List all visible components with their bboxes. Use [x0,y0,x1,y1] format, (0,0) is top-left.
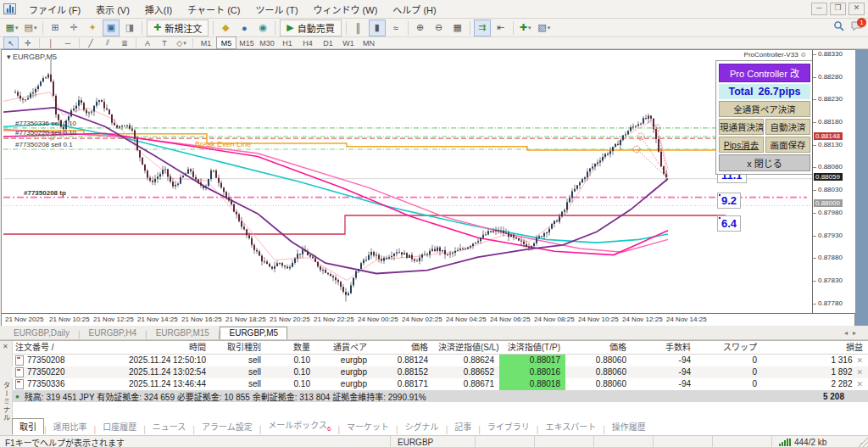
new-chart-button[interactable]: ▦▾ [3,20,20,36]
close-current-pair-button[interactable]: 現通貨決済 [719,119,764,135]
horizontal-line-tool[interactable]: ─ [60,36,75,49]
terminal-tab-2[interactable]: 運用比率 [47,419,94,434]
chart-shift-toggle[interactable]: ⇤ [492,20,509,36]
market-watch-toggle[interactable]: ⊞ [47,20,64,36]
timeframe-m5[interactable]: M5 [216,36,236,49]
terminal-panel: ✕ ターミナル 注文番号 /時間取引種別数量通貨ペア価格決済逆指値(S/L)決済… [0,340,868,436]
terminal-tab-6[interactable]: メールボックス6 [261,417,337,434]
menu-item-チ[interactable]: チャート (C) [180,3,248,17]
time-axis[interactable]: 21 Nov 202521 Nov 10:2521 Nov 12:2521 No… [2,313,854,326]
chart-tab-h4[interactable]: EURGBP,H4 [81,327,146,339]
autotrading-button[interactable]: ▶自動売買 [280,20,341,36]
bar-chart-button[interactable]: ║ [350,20,367,36]
close-position-icon[interactable]: ✕ [856,380,863,388]
timeframe-w1[interactable]: W1 [338,36,359,49]
text-tool[interactable]: A [140,36,155,49]
profiles-button[interactable]: ▤▾ [22,20,39,36]
timeframe-mn[interactable]: MN [359,36,379,49]
open-price-cell: 0.88171 [372,378,433,390]
order-id: 77350336 [27,378,65,390]
timeframe-m30[interactable]: M30 [257,36,277,49]
data-window-toggle[interactable]: ✛ [65,20,82,36]
chart-tab-m15[interactable]: EURGBP,M15 [147,327,218,339]
close-all-pairs-button[interactable]: 全通貨ペア決済 [719,101,810,117]
fibonacci-tool[interactable]: ≣ [117,36,132,49]
terminal-tab-1[interactable]: 取引 [12,418,44,434]
terminal-tab-8[interactable]: シグナル [398,419,446,434]
new-order-icon: ✚ [153,22,161,33]
terminal-tab-4[interactable]: ニュース [146,419,193,434]
terminal-tab-7[interactable]: マーケット [340,419,396,434]
indicators-button[interactable]: ✚▾ [517,20,534,36]
minimize-button[interactable]: ─ [811,3,827,15]
auto-scroll-toggle[interactable]: ⇉ [474,20,491,36]
chart-window-tabs: EURGBP,Daily|EURGBP,H4|EURGBP,M15|EURGBP… [0,326,868,340]
navigator-toggle[interactable]: ✦ [84,20,101,36]
tile-windows-button[interactable]: ▦ [449,20,466,36]
terminal-toggle[interactable]: ▣ [103,20,120,36]
notifications-icon[interactable]: 1 [851,21,863,33]
menu-item-ウ[interactable]: ウィンドウ (W) [306,3,386,17]
zoom-in-button[interactable]: ⊕ [412,20,429,36]
terminal-tab-10[interactable]: ライブラリ [481,419,537,434]
new-order-button[interactable]: ✚新規注文 [147,20,209,36]
menu-item-ヘ[interactable]: ヘルプ (H) [385,3,443,17]
strategy-tester-toggle[interactable]: ◨ [121,20,138,36]
profit-value: 1 892 [831,367,852,377]
channel-tool[interactable]: ⫽ [100,36,115,49]
chart-tab-m5[interactable]: EURGBP,M5 [220,327,287,339]
auto-close-button[interactable]: 自動決済 [765,119,810,135]
terminal-tab-12[interactable]: 操作履歴 [605,419,653,434]
save-screen-button[interactable]: 画面保存 [765,137,810,153]
templates-button[interactable]: ▧▾ [536,20,553,36]
close-panel-button[interactable]: x 閉じる [719,154,810,171]
terminal-tab-5[interactable]: アラーム設定 [195,419,259,434]
candlestick-button[interactable]: ▮ [369,20,386,36]
tab-scroll-arrows[interactable]: ◂▸ [844,329,861,337]
search-icon[interactable] [833,20,844,33]
price-axis[interactable]: 0.883300.882800.882300.881800.881300.880… [812,50,855,313]
navigator-icon: ✦ [88,22,96,33]
price-tick-mark [813,54,816,55]
timeframe-m1[interactable]: M1 [196,36,216,49]
chart-symbol-label[interactable]: ▾ EURGBP,M5 [7,53,57,61]
timeframe-d1[interactable]: D1 [318,36,338,49]
timeframe-m15[interactable]: M15 [236,36,257,49]
terminal-tab-9[interactable]: 記事 [448,419,478,434]
trendline-tool[interactable]: ╱ [83,36,98,49]
crosshair-icon: ✛ [25,39,31,47]
terminal-close-icon[interactable]: ✕ [3,343,8,350]
label-tool[interactable]: T [157,36,172,49]
order-row[interactable]: 773502082025.11.24 12:50:10sell0.10eurgb… [12,355,868,366]
shapes-tool[interactable]: ◇▾ [174,36,189,49]
order-row[interactable]: 773502202025.11.24 13:02:54sell0.10eurgb… [12,366,868,378]
menu-item-表[interactable]: 表示 (V) [88,3,137,17]
zoom-out-button[interactable]: ⊖ [431,20,448,36]
expert-advisors-icon[interactable]: ◆ [217,20,234,36]
price-chart[interactable] [3,52,812,313]
menu-item-挿[interactable]: 挿入(I) [137,3,180,17]
vertical-line-tool[interactable]: │ [43,36,58,49]
restore-button[interactable]: ❐ [830,3,846,15]
chart-tab-daily[interactable]: EURGBP,Daily [5,327,78,339]
order-row[interactable]: 773503362025.11.24 13:46:44sell0.10eurgb… [12,378,868,390]
community-icon[interactable]: ◉ [254,20,271,36]
bar-chart-icon: ║ [355,23,362,33]
timeframe-h4[interactable]: H4 [298,36,318,49]
close-button[interactable]: ✕ [849,3,865,15]
timeframe-h1[interactable]: H1 [277,36,298,49]
menu-item-フ[interactable]: ファイル (F) [21,3,88,17]
line-chart-button[interactable]: ≈ [387,20,404,36]
close-position-icon[interactable]: ✕ [856,356,863,365]
pips-clear-button[interactable]: Pips消去 [719,137,764,153]
metaquotes-icon[interactable]: ● [236,20,253,36]
type-cell: sell [211,355,266,366]
crosshair-tool[interactable]: ✛ [20,36,36,49]
terminal-tab-3[interactable]: 口座履歴 [96,419,143,434]
close-position-icon[interactable]: ✕ [856,368,863,377]
terminal-tab-11[interactable]: エキスパート [538,419,603,434]
time-cell: 2025.11.24 12:50:10 [97,355,211,366]
cursor-tool[interactable]: ↖ [3,36,19,49]
resize-grip[interactable] [858,436,868,447]
menu-item-ツ[interactable]: ツール (T) [248,3,305,17]
